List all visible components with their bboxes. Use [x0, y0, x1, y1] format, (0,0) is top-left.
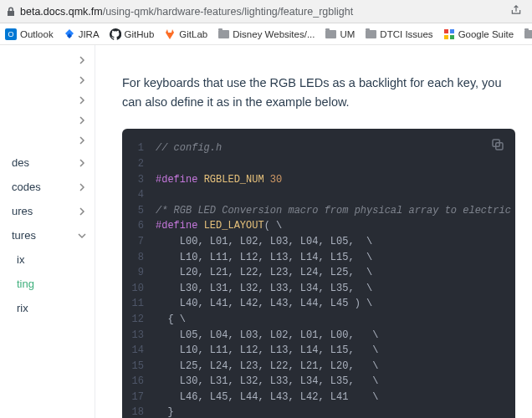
- code-text: L46, L45, L44, L43, L42, L41 \: [156, 390, 378, 405]
- copy-icon[interactable]: [490, 137, 505, 152]
- code-text: L10, L11, L12, L13, L14, L15, \: [156, 343, 378, 359]
- code-line: 14 L10, L11, L12, L13, L14, L15, \: [122, 343, 515, 359]
- chevron-right-icon: [78, 136, 86, 145]
- code-line: 4: [122, 187, 515, 203]
- chevron-right-icon: [78, 159, 86, 167]
- bookmark-item[interactable]: DTCI Issues: [365, 28, 432, 40]
- sidebar-item-label: ix: [17, 253, 24, 266]
- line-number: 1: [122, 140, 156, 156]
- code-text: { \: [156, 312, 186, 328]
- outlook-icon: O: [5, 28, 17, 40]
- sidebar: descodesuresturesixtingrix: [0, 45, 95, 418]
- code-line: 16 L30, L31, L32, L33, L34, L35, \: [122, 374, 515, 390]
- line-number: 5: [122, 203, 156, 219]
- code-line: 12 { \: [122, 312, 515, 328]
- chevron-right-icon: [78, 207, 86, 216]
- bookmark-item[interactable]: Cyclops: [524, 28, 532, 40]
- bookmark-label: JIRA: [79, 29, 100, 39]
- line-number: 3: [122, 172, 156, 188]
- bookmark-label: UM: [340, 29, 355, 39]
- code-text: L25, L24, L23, L22, L21, L20, \: [156, 359, 378, 375]
- sidebar-item[interactable]: ures: [0, 199, 95, 223]
- svg-rect-4: [444, 35, 448, 39]
- code-line: 5/* RGB LED Conversion macro from physic…: [122, 203, 515, 219]
- code-line: 11 L40, L41, L42, L43, L44, L45 ) \: [122, 296, 515, 312]
- sidebar-item-label: tures: [12, 229, 36, 242]
- bookmark-item[interactable]: GitHub: [110, 28, 155, 40]
- url-bar: beta.docs.qmk.fm/using-qmk/hardware-feat…: [0, 0, 532, 23]
- code-line: 6#define LED_LAYOUT( \: [122, 218, 515, 234]
- sidebar-item[interactable]: [0, 50, 95, 70]
- code-text: L10, L11, L12, L13, L14, L15, \: [156, 250, 372, 266]
- sidebar-item[interactable]: des: [0, 150, 95, 175]
- sidebar-item[interactable]: [0, 90, 95, 110]
- chevron-right-icon: [78, 56, 86, 64]
- bookmark-item[interactable]: Disney Websites/...: [217, 28, 315, 40]
- chevron-right-icon: [78, 116, 86, 125]
- code-text: /* RGB LED Conversion macro from physica…: [156, 203, 515, 219]
- url-text[interactable]: beta.docs.qmk.fm/using-qmk/hardware-feat…: [20, 6, 353, 18]
- line-number: 7: [122, 234, 156, 250]
- line-number: 6: [122, 218, 156, 234]
- code-line: 1// config.h: [122, 140, 515, 156]
- bookmark-label: DTCI Issues: [380, 29, 432, 39]
- code-text: L30, L31, L32, L33, L34, L35, \: [156, 374, 378, 390]
- line-number: 9: [122, 265, 156, 281]
- chevron-right-icon: [78, 96, 86, 104]
- bookmark-item[interactable]: JIRA: [64, 28, 100, 40]
- code-text: L00, L01, L02, L03, L04, L05, \: [156, 234, 372, 250]
- sidebar-item[interactable]: ix: [0, 247, 95, 272]
- code-line: 10 L30, L31, L32, L33, L34, L35, \: [122, 281, 515, 297]
- line-number: 8: [122, 250, 156, 266]
- sidebar-item[interactable]: rix: [0, 296, 95, 320]
- gitlab-icon: [164, 28, 176, 40]
- description-paragraph: For keyboards that use the RGB LEDs as a…: [122, 74, 515, 112]
- bookmark-item[interactable]: UM: [325, 28, 355, 40]
- sidebar-item[interactable]: [0, 110, 95, 130]
- svg-rect-2: [444, 29, 448, 33]
- code-text: L30, L31, L32, L33, L34, L35, \: [156, 281, 372, 297]
- sidebar-item[interactable]: [0, 70, 95, 90]
- code-line: 9 L20, L21, L22, L23, L24, L25, \: [122, 265, 515, 281]
- chevron-right-icon: [78, 76, 86, 84]
- gsuite-icon: [443, 28, 455, 40]
- sidebar-item-label: des: [12, 156, 29, 169]
- svg-text:O: O: [8, 30, 13, 38]
- svg-rect-3: [450, 29, 454, 33]
- sidebar-item-label: codes: [12, 181, 41, 193]
- code-block: 1// config.h2 3#define RGBLED_NUM 304 5/…: [122, 129, 515, 418]
- code-text: [156, 156, 161, 172]
- code-text: L05, L04, L03, L02, L01, L00, \: [156, 328, 378, 344]
- bookmark-item[interactable]: OOutlook: [5, 28, 54, 40]
- svg-rect-5: [450, 35, 454, 39]
- line-number: 18: [122, 405, 156, 418]
- sidebar-item-label: rix: [17, 302, 28, 314]
- bookmark-label: GitHub: [125, 29, 155, 39]
- chevron-down-icon: [78, 232, 86, 240]
- bookmark-item[interactable]: GitLab: [164, 28, 207, 40]
- bookmark-label: Disney Websites/...: [233, 29, 315, 39]
- share-icon[interactable]: [510, 4, 525, 18]
- code-line: 15 L25, L24, L23, L22, L21, L20, \: [122, 359, 515, 375]
- sidebar-item[interactable]: tures: [0, 223, 95, 247]
- line-number: 13: [122, 328, 156, 344]
- sidebar-item[interactable]: codes: [0, 175, 95, 199]
- sidebar-item[interactable]: [0, 130, 95, 150]
- jira-icon: [64, 28, 75, 40]
- faded-prior-link: [122, 54, 515, 65]
- code-text: [156, 187, 161, 203]
- bookmark-item[interactable]: Google Suite: [443, 28, 514, 40]
- code-text: L20, L21, L22, L23, L24, L25, \: [156, 265, 372, 281]
- url-host: beta.docs.qmk.fm: [20, 6, 103, 18]
- sidebar-item[interactable]: ting: [0, 272, 95, 296]
- line-number: 11: [122, 296, 156, 312]
- sidebar-item-label: ures: [12, 205, 33, 217]
- code-line: 7 L00, L01, L02, L03, L04, L05, \: [122, 234, 515, 250]
- lock-icon: [7, 7, 15, 17]
- content-area: For keyboards that use the RGB LEDs as a…: [95, 45, 532, 418]
- bookmark-label: Google Suite: [458, 29, 514, 39]
- code-line: 3#define RGBLED_NUM 30: [122, 172, 515, 188]
- bookmarks-bar: OOutlookJIRAGitHubGitLabDisney Websites/…: [0, 23, 532, 45]
- line-number: 16: [122, 374, 156, 390]
- code-line: 18 }: [122, 405, 515, 418]
